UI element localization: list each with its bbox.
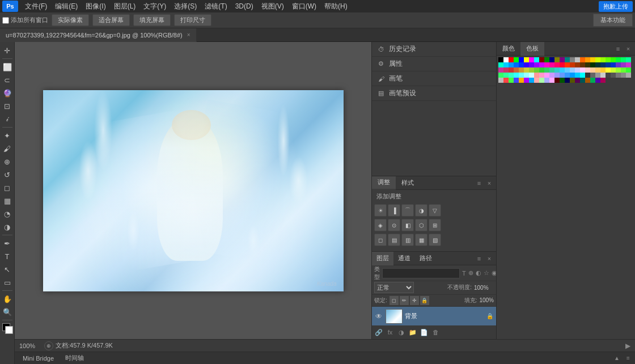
swatch-color-23[interactable]: [616, 57, 621, 62]
swatch-color-111[interactable]: [534, 78, 539, 83]
menu-help[interactable]: 帮助(H): [321, 1, 351, 12]
swatch-color-98[interactable]: [600, 73, 606, 78]
swatch-color-32[interactable]: [529, 62, 534, 67]
basic-function-button[interactable]: 基本功能: [593, 14, 633, 27]
swatch-color-8[interactable]: [539, 57, 544, 62]
swatch-color-16[interactable]: [580, 57, 585, 62]
swatch-color-106[interactable]: [509, 78, 514, 83]
layer-item-background[interactable]: 👁 背景 🔒: [372, 307, 496, 325]
swatch-color-12[interactable]: [560, 57, 565, 62]
fill-screen-button[interactable]: 填充屏幕: [133, 14, 171, 26]
history-panel-row[interactable]: ⏱ 历史记录: [372, 42, 496, 57]
layer-style-icon[interactable]: fx: [386, 328, 395, 337]
swatch-color-59[interactable]: [534, 67, 539, 73]
swatch-color-7[interactable]: [534, 57, 539, 62]
new-group-icon[interactable]: 📁: [408, 328, 417, 337]
brush-panel-row[interactable]: 🖌 画笔: [372, 71, 496, 86]
swatch-color-67[interactable]: [575, 67, 580, 73]
quick-select-tool[interactable]: 🔮: [1, 87, 14, 99]
swatch-color-114[interactable]: [549, 78, 554, 83]
path-selection-tool[interactable]: ↖: [1, 263, 14, 276]
swatch-color-115[interactable]: [554, 78, 560, 83]
adj-close-icon[interactable]: ×: [485, 179, 494, 188]
swatch-menu-icon[interactable]: ≡: [613, 44, 623, 53]
swatch-color-38[interactable]: [560, 62, 565, 67]
swatch-color-26[interactable]: [498, 62, 503, 67]
brush-preset-panel-row[interactable]: ▤ 画笔预设: [372, 86, 496, 101]
swatch-color-27[interactable]: [503, 62, 509, 67]
adj-bw[interactable]: ◧: [401, 219, 414, 231]
swatch-color-19[interactable]: [595, 57, 600, 62]
add-all-windows-checkbox[interactable]: 添加所有窗口: [2, 16, 48, 24]
swatch-color-85[interactable]: [534, 73, 539, 78]
swatch-color-76[interactable]: [621, 67, 626, 73]
swatch-color-40[interactable]: [570, 62, 575, 67]
swatch-color-77[interactable]: [626, 67, 631, 73]
swatch-color-2[interactable]: [509, 57, 514, 62]
swatch-color-6[interactable]: [529, 57, 534, 62]
menu-3d[interactable]: 3D(D): [232, 1, 257, 11]
swatch-color-41[interactable]: [575, 62, 580, 67]
swatch-color-9[interactable]: [544, 57, 549, 62]
brush-tool[interactable]: 🖌: [1, 142, 14, 155]
adj-color-balance[interactable]: ⊙: [388, 219, 400, 231]
swatch-color-30[interactable]: [519, 62, 524, 67]
swatch-color-68[interactable]: [580, 67, 585, 73]
delete-layer-icon[interactable]: 🗑: [431, 328, 440, 337]
mini-bridge-tab[interactable]: Mini Bridge: [17, 352, 60, 365]
color-tab[interactable]: 颜色: [497, 42, 520, 56]
swatch-color-73[interactable]: [606, 67, 611, 73]
menu-file[interactable]: 文件(F): [22, 1, 50, 12]
blur-tool[interactable]: ◔: [1, 208, 14, 220]
swatch-color-50[interactable]: [621, 62, 626, 67]
swatch-color-109[interactable]: [524, 78, 529, 83]
swatch-color-11[interactable]: [554, 57, 560, 62]
blend-mode-select[interactable]: 正常: [374, 282, 414, 293]
properties-panel-row[interactable]: ⚙ 属性: [372, 57, 496, 71]
swatch-color-90[interactable]: [560, 73, 565, 78]
swatch-color-65[interactable]: [565, 67, 570, 73]
swatch-color-110[interactable]: [529, 78, 534, 83]
swatch-color-87[interactable]: [544, 73, 549, 78]
swatch-color-48[interactable]: [611, 62, 616, 67]
swatch-color-71[interactable]: [595, 67, 600, 73]
swatch-color-79[interactable]: [503, 73, 509, 78]
swatch-color-100[interactable]: [611, 73, 616, 78]
style-tab[interactable]: 样式: [396, 176, 420, 190]
layer-mask-icon[interactable]: ◑: [397, 328, 406, 337]
swatch-color-0[interactable]: [498, 57, 503, 62]
swatch-color-66[interactable]: [570, 67, 575, 73]
tab-close-icon[interactable]: ×: [187, 32, 190, 38]
swatch-color-107[interactable]: [514, 78, 519, 83]
adj-menu-icon[interactable]: ≡: [475, 179, 484, 188]
healing-brush-tool[interactable]: ✦: [1, 129, 14, 142]
swatch-color-119[interactable]: [575, 78, 580, 83]
layers-filter-toggle-icon[interactable]: ◉: [492, 269, 496, 278]
document-tab[interactable]: u=870273399,1922794564&fm=26&gp=0.jpg @ …: [0, 28, 197, 42]
lock-pixels-icon[interactable]: ✏: [400, 296, 409, 305]
status-arrow-icon[interactable]: ▶: [625, 342, 630, 350]
swatch-color-33[interactable]: [534, 62, 539, 67]
adj-brightness[interactable]: ☀: [374, 204, 387, 217]
lock-all-icon[interactable]: 🔒: [420, 296, 429, 305]
layers-tab[interactable]: 图层: [372, 252, 393, 265]
swatch-color-99[interactable]: [606, 73, 611, 78]
swatch-color-21[interactable]: [606, 57, 611, 62]
timeline-tab[interactable]: 时间轴: [60, 352, 90, 365]
bottom-tab-menu-icon[interactable]: ≡: [624, 354, 633, 363]
swatch-color-36[interactable]: [549, 62, 554, 67]
canvas-area[interactable]: Kanada: [15, 42, 371, 339]
history-brush-tool[interactable]: ↺: [1, 168, 14, 181]
swatch-color-31[interactable]: [524, 62, 529, 67]
swatch-color-104[interactable]: [498, 78, 503, 83]
swatch-color-103[interactable]: [626, 73, 631, 78]
swatch-color-91[interactable]: [565, 73, 570, 78]
swatch-color-60[interactable]: [539, 67, 544, 73]
move-tool[interactable]: ✛: [1, 44, 14, 57]
swatch-tab[interactable]: 色板: [520, 42, 544, 56]
adj-threshold[interactable]: ▥: [401, 234, 414, 246]
swatch-color-13[interactable]: [565, 57, 570, 62]
menu-view[interactable]: 视图(V): [258, 1, 287, 12]
adj-tab[interactable]: 调整: [372, 176, 396, 190]
swatch-color-72[interactable]: [600, 67, 606, 73]
